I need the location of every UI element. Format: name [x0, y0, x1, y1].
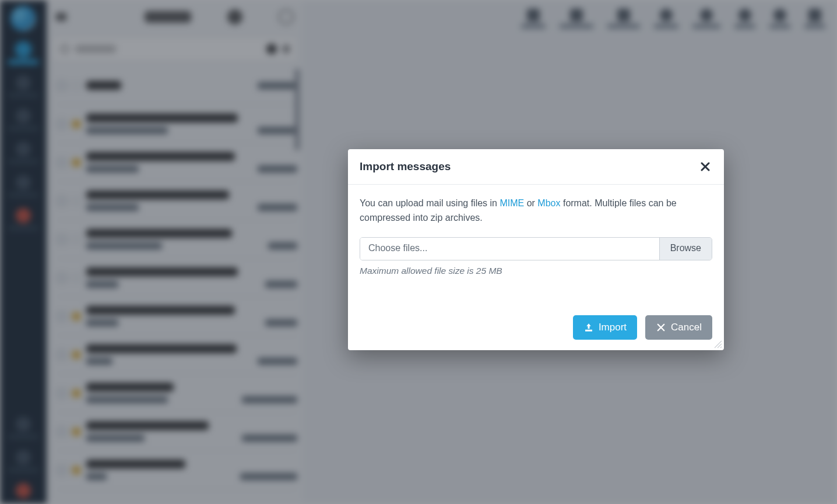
- upload-icon: [583, 322, 594, 333]
- resize-grip-icon[interactable]: [714, 340, 722, 348]
- browse-button[interactable]: Browse: [659, 238, 712, 260]
- dialog-title: Import messages: [360, 160, 451, 173]
- file-size-hint: Maximum allowed file size is 25 MB: [360, 264, 712, 278]
- file-input-placeholder: Choose files...: [360, 238, 659, 260]
- cancel-icon: [656, 322, 666, 333]
- close-button[interactable]: [698, 160, 712, 174]
- mime-link[interactable]: MIME: [500, 198, 524, 208]
- import-button[interactable]: Import: [573, 315, 637, 340]
- dialog-body: You can upload mail using files in MIME …: [348, 185, 724, 281]
- dialog-header: Import messages: [348, 149, 724, 185]
- mbox-link[interactable]: Mbox: [537, 198, 560, 208]
- dialog-footer: Import Cancel: [348, 281, 724, 350]
- import-messages-dialog: Import messages You can upload mail usin…: [348, 149, 724, 350]
- cancel-button[interactable]: Cancel: [645, 315, 712, 340]
- file-input[interactable]: Choose files... Browse: [360, 237, 712, 260]
- close-icon: [701, 162, 710, 171]
- dialog-description: You can upload mail using files in MIME …: [360, 196, 712, 225]
